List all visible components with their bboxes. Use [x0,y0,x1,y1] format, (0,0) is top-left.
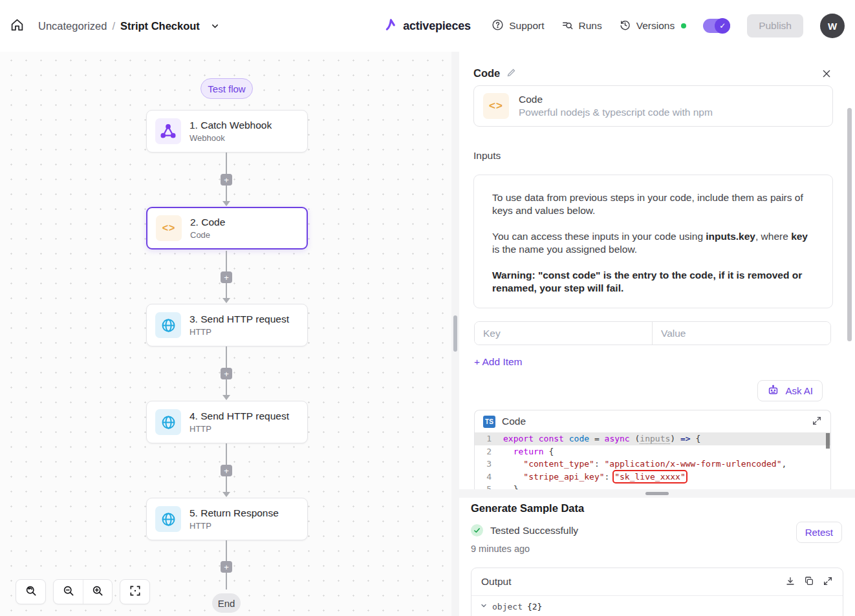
expand-output-button[interactable] [823,576,833,588]
connector: + [226,346,227,399]
download-icon [785,576,795,588]
pencil-icon [506,68,516,80]
output-tree-row: object {2} [471,596,843,616]
versions-history-icon [619,19,631,34]
divider-grip[interactable] [645,492,669,495]
breadcrumb-flow-name[interactable]: Stript Checkout [120,20,200,32]
download-output-button[interactable] [785,576,795,588]
copy-output-button[interactable] [804,576,814,588]
test-flow-button[interactable]: Test flow [200,78,253,99]
output-tree-count: {2} [527,602,542,611]
generate-sample-data-title: Generate Sample Data [471,502,584,515]
input-pair-row [474,321,831,345]
code-line[interactable]: 2 return { [475,445,830,458]
runs-icon [561,19,574,34]
help-warning: Warning: "const code" is the entry to th… [492,269,814,295]
inputs-help-box: To use data from previous steps in your … [473,175,833,308]
node-title: 5. Return Response [189,507,279,519]
line-number: 2 [475,445,503,458]
expand-code-button[interactable] [812,416,822,428]
arrow-down-icon [222,298,230,303]
step-settings-panel: Code <> Code Powerful nodejs & typescrip… [459,52,855,616]
add-step-button[interactable]: + [221,561,232,573]
success-check-icon [471,524,483,536]
flow-node-code[interactable]: <> 2. Code Code [146,207,308,250]
code-editor-title: Code [502,416,805,427]
line-number: 4 [475,471,503,483]
zoom-out-button[interactable] [54,580,83,604]
flow-node-catch-webhook[interactable]: 1. Catch Webhook Webhook [146,110,308,153]
add-step-button[interactable]: + [221,271,232,283]
test-status-text: Tested Successfully [490,525,578,536]
home-button[interactable] [10,18,24,34]
runs-button[interactable]: Runs [561,19,602,34]
help-paragraph-1: To use data from previous steps in your … [492,191,814,217]
node-subtitle: Code [190,230,225,240]
connector: + [226,443,227,496]
zoom-in-icon [91,584,104,599]
breadcrumb: Uncategorized / Stript Checkout [38,20,220,32]
globe-icon [155,409,181,435]
zoom-in-button[interactable] [83,580,112,604]
section-resize-divider[interactable] [459,489,855,498]
inputs-section-label: Inputs [473,150,501,162]
rename-step-button[interactable] [506,68,516,80]
code-scrollbar-thumb[interactable] [826,433,830,449]
breadcrumb-category[interactable]: Uncategorized [38,20,107,32]
reset-zoom-icon [25,584,38,599]
test-status-row: Tested Successfully [471,524,578,536]
runs-label: Runs [579,20,602,32]
reset-zoom-button[interactable] [16,580,45,604]
add-step-button[interactable]: + [221,465,232,476]
connector: + [226,251,227,303]
code-lines[interactable]: 1export const code = async (inputs) => {… [475,432,830,489]
panel-scrollbar-thumb[interactable] [847,108,852,341]
copy-icon [804,576,814,588]
code-line[interactable]: 3 "content_type": "application/x-www-for… [475,458,830,471]
avatar[interactable]: W [820,14,845,38]
node-subtitle: HTTP [189,327,289,337]
divider-grip[interactable] [453,315,457,352]
node-subtitle: HTTP [189,521,279,531]
output-title: Output [481,576,785,588]
activepieces-logo: activepieces [384,17,471,34]
connector: + [226,153,227,206]
value-input[interactable] [653,322,830,345]
retest-button[interactable]: Retest [796,522,842,543]
step-card-title: Code [519,94,713,105]
flow-canvas[interactable]: Test flow 1. Catch Webhook Webhook + <> … [0,52,451,616]
publish-button[interactable]: Publish [747,14,803,37]
output-tree-label[interactable]: object [492,602,523,611]
versions-button[interactable]: Versions [619,19,675,34]
robot-icon [767,384,779,398]
step-info-card: <> Code Powerful nodejs & typescript cod… [473,85,833,127]
flow-node-return-response[interactable]: 5. Return Response HTTP [146,498,308,540]
line-number: 3 [475,458,503,471]
flow-node-http-2[interactable]: 4. Send HTTP request HTTP [146,401,308,443]
fit-view-button[interactable] [120,580,149,604]
toggle-check-icon: ✓ [715,18,730,34]
zoom-out-icon [62,584,75,599]
connector: + [226,540,227,589]
code-line[interactable]: 5 } [475,483,830,489]
step-card-description: Powerful nodejs & typescript code with n… [519,107,713,118]
ask-ai-button[interactable]: Ask AI [757,380,823,401]
add-step-button[interactable]: + [221,174,232,186]
close-panel-button[interactable] [821,69,832,81]
chevron-down-icon[interactable] [210,21,220,31]
code-line[interactable]: 1export const code = async (inputs) => { [475,432,830,445]
code-line[interactable]: 4 "stripe_api_key": "sk_live_xxxx" [475,471,830,483]
key-input[interactable] [475,322,653,345]
expand-icon [812,416,822,428]
support-button[interactable]: Support [492,19,544,34]
panel-resize-divider[interactable] [451,52,459,616]
end-marker: End [212,593,241,613]
add-item-button[interactable]: + Add Item [474,356,523,368]
node-title: 3. Send HTTP request [189,313,289,325]
activepieces-logo-icon [384,17,398,34]
flow-node-http-1[interactable]: 3. Send HTTP request HTTP [146,304,308,346]
add-step-button[interactable]: + [221,368,232,379]
flow-enabled-toggle[interactable]: ✓ [703,19,730,33]
chevron-down-icon[interactable] [480,602,488,611]
panel-title: Code [473,67,500,80]
